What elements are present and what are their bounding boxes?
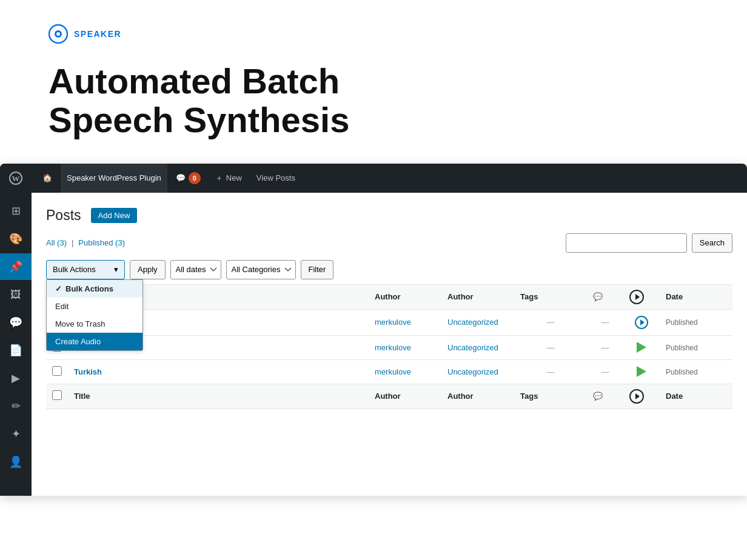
admin-bar: W 🏠 Speaker WordPress Plugin 💬 0 ＋ New V… [0,164,747,193]
plus-icon: ＋ [215,173,223,184]
admin-bar-items: 🏠 Speaker WordPress Plugin 💬 0 ＋ New Vie… [32,164,747,193]
brand-label: SPEAKER [74,29,121,39]
pages-icon: 📄 [9,345,22,356]
page-title: Posts [46,207,81,224]
dashboard-icon: ⊞ [12,205,21,216]
filter-button[interactable]: Filter [301,260,334,279]
media-icon: 🖼 [10,289,21,300]
row-tags-cell: — [514,335,587,359]
sidebar-item-pages[interactable]: 📄 [0,337,32,364]
sidebar-item-speaker[interactable]: ▶ [0,365,32,392]
dropdown-item-bulk-actions[interactable]: ✓ Bulk Actions [47,280,142,298]
admin-bar-home[interactable]: 🏠 [36,164,58,193]
sidebar-item-posts[interactable]: 📌 [0,253,32,280]
row-author1-cell: merkulove [369,309,441,335]
svg-text:W: W [12,174,20,183]
row-audio-cell [623,335,660,359]
dropdown-item-move-to-trash[interactable]: Move to Trash [47,315,142,333]
search-input[interactable] [566,233,687,253]
settings-icon: ✦ [12,428,21,439]
sidebar-item-tools[interactable]: ✏ [0,393,32,419]
sidebar-item-comments[interactable]: 💬 [0,309,32,336]
page-header: Posts Add New [46,207,732,224]
th-comments[interactable]: 💬 [587,284,623,309]
play-green-icon[interactable] [637,366,646,377]
row-title-cell: Turkish [68,359,369,384]
dropdown-item-edit[interactable]: Edit [47,298,142,315]
sidebar-item-users[interactable]: 👤 [0,448,32,475]
comment-count-badge: 0 [189,172,201,184]
admin-bar-site[interactable]: Speaker WordPress Plugin [61,164,167,193]
author-link[interactable]: merkulove [375,367,411,376]
sidebar: ⊞ 🎨 📌 🖼 💬 📄 ▶ ✏ [0,193,32,496]
tf-author2[interactable]: Author [441,384,514,408]
filter-all-link[interactable]: All (3) [46,238,67,247]
add-new-button[interactable]: Add New [91,208,138,223]
audio-footer-icon [629,389,644,404]
row-checkbox[interactable] [52,366,62,376]
new-label: New [226,173,242,182]
tf-tags[interactable]: Tags [514,384,587,408]
sidebar-item-settings[interactable]: ✦ [0,421,32,447]
row-date-cell: Published [660,359,732,384]
users-icon: 👤 [9,456,22,467]
category-filter-select[interactable]: All Categories [226,260,296,279]
th-date[interactable]: Date [660,284,732,309]
th-author1[interactable]: Author [369,284,441,309]
category-link[interactable]: Uncategorized [447,367,498,376]
row-category-cell: Uncategorized [441,359,514,384]
filter-published-link[interactable]: Published (3) [78,238,125,247]
footer-select-all-checkbox[interactable] [52,390,62,400]
svg-point-2 [56,32,60,36]
posts-icon: 📌 [9,261,22,272]
date-filter-select[interactable]: All dates [170,260,221,279]
admin-bar-new[interactable]: ＋ New [209,164,248,193]
tf-author1[interactable]: Author [369,384,441,408]
bulk-actions-button[interactable]: Bulk Actions ▾ [46,260,125,279]
category-link[interactable]: Uncategorized [447,343,498,352]
sidebar-item-appearance[interactable]: 🎨 [0,225,32,252]
search-button[interactable]: Search [692,233,732,253]
post-title-link[interactable]: Turkish [74,367,102,376]
hero-section: SPEAKER Automated Batch Speech Synthesis [0,0,747,158]
content-area: Posts Add New All (3) | Published (3) [32,193,747,496]
apply-button[interactable]: Apply [130,260,166,279]
admin-bar-comments[interactable]: 💬 0 [170,164,207,193]
th-tags[interactable]: Tags [514,284,587,309]
wp-logo[interactable]: W [0,164,32,193]
row-comment-cell: — [587,359,623,384]
row-category-cell: Uncategorized [441,335,514,359]
comment-bubble-icon: 💬 [176,173,186,182]
active-indicator [0,253,2,280]
tf-checkbox [46,384,68,408]
dropdown-item-create-audio[interactable]: Create Audio [47,333,142,350]
bulk-actions-wrapper: Bulk Actions ▾ ✓ Bulk Actions Edit [46,260,125,279]
play-green-icon[interactable] [637,342,646,353]
admin-bar-view-posts[interactable]: View Posts [250,164,301,193]
tf-title[interactable]: Title [68,384,369,408]
th-author2[interactable]: Author [441,284,514,309]
bulk-actions-dropdown: ✓ Bulk Actions Edit Move to Trash Create… [46,279,143,351]
view-posts-label: View Posts [256,173,295,182]
play-outline-icon[interactable] [635,316,648,329]
table-footer-row: Title Author Author Tags 💬 Date [46,384,732,408]
row-author1-cell: merkulove [369,359,441,384]
category-link[interactable]: Uncategorized [447,318,498,327]
tf-comments[interactable]: 💬 [587,384,623,408]
tf-date[interactable]: Date [660,384,732,408]
hero-title: Automated Batch Speech Synthesis [49,62,698,139]
checkmark-icon: ✓ [55,284,62,293]
chevron-down-icon: ▾ [114,265,118,274]
author-link[interactable]: merkulove [375,343,411,352]
author-link[interactable]: merkulove [375,318,411,327]
tf-audio[interactable] [623,384,660,408]
speaker-icon: ▶ [12,373,20,384]
home-icon: 🏠 [42,173,52,182]
th-audio[interactable] [623,284,660,309]
admin-bar-site-label: Speaker WordPress Plugin [67,173,161,182]
posts-table: Title Author Author Tags 💬 Date [46,284,732,409]
table-row: Turkish merkulove Uncategorized — — [46,359,732,384]
sidebar-item-media[interactable]: 🖼 [0,281,32,308]
table-header-row: Title Author Author Tags 💬 Date [46,284,732,309]
sidebar-item-dashboard[interactable]: ⊞ [0,198,32,224]
